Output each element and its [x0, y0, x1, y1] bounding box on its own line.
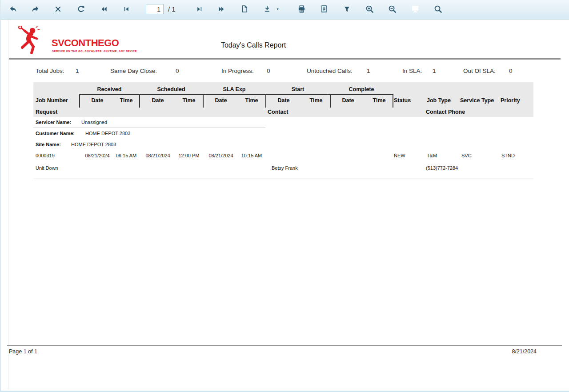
export-menu-caret-icon[interactable]: ▼: [276, 8, 279, 11]
next-fast-button[interactable]: [216, 4, 227, 15]
logo-running-man-icon: [16, 26, 52, 59]
servicer-name-label: Servicer Name:: [36, 120, 71, 125]
sla-time-cell: 10:15 AM: [232, 153, 272, 158]
job-number-cell: 0000319: [36, 153, 55, 158]
filter-icon: [343, 5, 351, 15]
contact-phone-cell: (513)772-7284: [426, 165, 458, 171]
col-header-contact: Contact: [268, 109, 289, 115]
footer-date: 8/21/2024: [497, 348, 537, 355]
next-fast-icon: [218, 5, 225, 15]
site-name-value: HOME DEPOT 2803: [71, 142, 116, 147]
col-header-sla-date: Date: [205, 97, 236, 104]
logo-tagline: SERVICE ON THE GO, ANYWHERE, ANYTIME, AN…: [52, 50, 137, 52]
next-page-button[interactable]: [193, 4, 205, 15]
page-count-label: / 1: [168, 5, 176, 13]
group-header-scheduled: Scheduled: [147, 86, 196, 92]
row-separator: [33, 179, 533, 179]
page-number-input[interactable]: [146, 4, 164, 14]
stat-untouched-calls-value: 1: [367, 68, 370, 74]
header-rule: [9, 58, 561, 60]
cancel-icon: [54, 5, 62, 15]
col-header-sla-time: Time: [236, 97, 267, 104]
group-header-received: Received: [85, 86, 134, 92]
zoom-out-button[interactable]: [386, 4, 398, 15]
document-map-button[interactable]: [318, 4, 330, 15]
col-header-scheduled-time: Time: [173, 97, 204, 104]
col-header-complete-time: Time: [364, 97, 395, 104]
previous-page-button[interactable]: [120, 4, 132, 15]
footer-rule: [7, 345, 562, 346]
print-button[interactable]: [296, 4, 307, 15]
col-header-received-time: Time: [111, 97, 142, 104]
servicer-separator: [33, 128, 265, 128]
export-button[interactable]: [261, 4, 273, 15]
stat-total-jobs-label: Total Jobs:: [36, 68, 64, 74]
viewport-left-border: [0, 0, 1, 392]
previous-page-icon: [123, 6, 130, 14]
col-header-status: Status: [394, 97, 411, 104]
fit-screen-button[interactable]: [409, 4, 421, 15]
group-header-complete: Complete: [337, 86, 386, 92]
status-cell: NEW: [394, 153, 405, 158]
report-viewer: / 1 ▼ SV: [0, 0, 569, 392]
customer-name-label: Customer Name:: [36, 131, 75, 136]
stat-out-of-sla-value: 0: [509, 68, 513, 74]
service-type-cell: SVC: [461, 153, 472, 158]
stat-untouched-calls-label: Untouched Calls:: [307, 68, 353, 74]
col-header-service-type: Service Type: [460, 97, 494, 104]
group-header-start: Start: [273, 86, 322, 92]
priority-cell: STND: [501, 153, 515, 158]
export-icon: [263, 5, 271, 15]
col-header-start-date: Date: [268, 97, 299, 104]
col-header-priority: Priority: [501, 97, 520, 104]
zoom-in-button[interactable]: [364, 4, 375, 15]
stat-in-progress-label: In Progress:: [221, 68, 254, 74]
fit-screen-icon: [411, 4, 420, 15]
undo-button[interactable]: [7, 4, 19, 15]
stat-in-progress-value: 0: [267, 68, 270, 74]
col-header-scheduled-date: Date: [142, 97, 173, 104]
col-header-request: Request: [36, 109, 57, 115]
stat-total-jobs-value: 1: [76, 68, 79, 74]
logo-brand-text: SVCONTHEGO: [52, 37, 119, 49]
zoom-in-icon: [365, 5, 374, 15]
print-icon: [297, 5, 306, 15]
contact-cell: Betsy Frank: [272, 165, 298, 171]
customer-name-value: HOME DEPOT 2803: [85, 131, 130, 136]
filter-button[interactable]: [341, 4, 353, 15]
col-header-complete-date: Date: [333, 97, 364, 104]
job-type-cell: T&M: [427, 153, 437, 158]
stat-same-day-close-label: Same Day Close:: [110, 68, 157, 74]
footer-page-label: Page 1 of 1: [9, 348, 37, 355]
undo-icon: [9, 5, 17, 15]
toolbar: / 1 ▼: [0, 0, 569, 20]
search-button[interactable]: [432, 4, 444, 15]
report-title: Today's Calls Report: [187, 41, 320, 49]
previous-fast-button[interactable]: [98, 4, 109, 15]
col-header-start-time: Time: [301, 97, 332, 104]
zoom-out-icon: [388, 5, 397, 15]
stat-in-sla-value: 1: [433, 68, 436, 74]
cancel-button[interactable]: [52, 4, 64, 15]
servicer-name-value: Unassigned: [81, 120, 107, 125]
new-document-button[interactable]: [239, 4, 250, 15]
document-map-icon: [320, 5, 328, 15]
refresh-button[interactable]: [75, 4, 87, 15]
site-name-label: Site Name:: [36, 142, 61, 147]
new-document-icon: [240, 5, 248, 15]
refresh-icon: [77, 5, 85, 15]
col-header-job-number: Job Number: [36, 97, 68, 104]
search-icon: [434, 5, 442, 15]
col-header-contact-phone: Contact Phone: [426, 109, 465, 115]
table-header-line: [79, 94, 393, 95]
col-header-job-type: Job Type: [427, 97, 451, 104]
request-cell: Unit Down: [36, 165, 58, 171]
redo-icon: [31, 5, 40, 15]
next-page-icon: [196, 6, 203, 14]
page-left-edge: [8, 20, 8, 389]
col-header-received-date: Date: [82, 97, 113, 104]
stat-out-of-sla-label: Out Of SLA:: [463, 68, 496, 74]
stat-same-day-close-value: 0: [176, 68, 179, 74]
group-header-sla-exp: SLA Exp: [210, 86, 259, 92]
redo-button[interactable]: [29, 4, 41, 15]
